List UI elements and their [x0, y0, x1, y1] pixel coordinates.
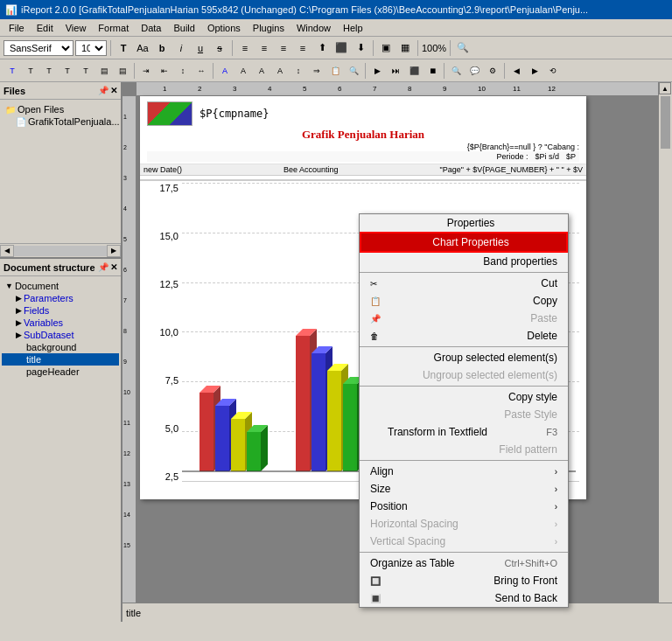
ds-pageheader[interactable]: pageHeader	[2, 366, 119, 378]
ds-variables[interactable]: ▶ Variables	[2, 317, 119, 329]
menu-item-view[interactable]: View	[60, 22, 92, 34]
t11[interactable]: ↔	[192, 62, 210, 80]
ctx-bring-to-front[interactable]: 🔲 Bring to Front	[360, 572, 568, 589]
ctx-organize-table[interactable]: Organize as Table Ctrl+Shift+O	[360, 554, 568, 572]
align-right-btn[interactable]: ≡	[275, 39, 292, 57]
t19[interactable]: 🔍	[345, 62, 362, 80]
underline-btn[interactable]: u	[192, 39, 209, 57]
menu-item-build[interactable]: Build	[168, 22, 200, 34]
menu-item-edit[interactable]: Edit	[32, 22, 59, 34]
ctx-delete[interactable]: 🗑 Delete	[360, 327, 568, 345]
t13[interactable]: A	[234, 62, 252, 80]
t17[interactable]: ⇒	[308, 62, 326, 80]
italic-btn[interactable]: i	[172, 39, 190, 57]
scrollbar-vertical[interactable]: ▲	[658, 82, 672, 622]
doc-footer: new Date() Bee Accounting "Page" + $V{PA…	[140, 164, 586, 176]
t4[interactable]: T	[59, 62, 76, 80]
t14[interactable]: A	[253, 62, 270, 80]
t16[interactable]: ↕	[290, 62, 307, 80]
t1[interactable]: T	[4, 62, 21, 80]
ctx-copy-style[interactable]: Copy style	[360, 388, 568, 406]
ctx-cut[interactable]: ✂ Cut	[360, 275, 568, 292]
menu-item-options[interactable]: Options	[202, 22, 246, 34]
company-row: $P{cmpname}	[147, 101, 579, 126]
ctx-align[interactable]: Align ›	[360, 463, 568, 480]
ctx-paste-style[interactable]: Paste Style	[360, 406, 568, 423]
doc-structure-pin-icon[interactable]: 📌	[98, 262, 108, 272]
tree-item-open-files[interactable]: 📁 Open Files	[2, 103, 119, 115]
t6[interactable]: ▤	[95, 62, 113, 80]
ctx-properties[interactable]: Properties	[360, 214, 568, 232]
t12[interactable]: A	[216, 62, 234, 80]
strikethrough-btn[interactable]: s	[211, 39, 228, 57]
scroll-left-btn[interactable]: ◀	[0, 245, 14, 257]
align-top-btn[interactable]: ⬆	[313, 39, 331, 57]
t29[interactable]: ⟲	[544, 62, 562, 80]
ds-fields[interactable]: ▶ Fields	[2, 304, 119, 317]
ctx-group-selected[interactable]: Group selected element(s)	[360, 349, 568, 366]
t26[interactable]: ⚙	[484, 62, 501, 80]
ds-parameters[interactable]: ▶ Parameters	[2, 292, 119, 304]
t25[interactable]: 💬	[466, 62, 483, 80]
ctx-chart-properties[interactable]: Chart Properties	[360, 232, 568, 253]
t3[interactable]: T	[40, 62, 58, 80]
t5[interactable]: T	[77, 62, 94, 80]
ctx-paste[interactable]: 📌 Paste	[360, 310, 568, 327]
menu-item-help[interactable]: Help	[338, 22, 368, 34]
t23[interactable]: ⏹	[424, 62, 441, 80]
t7[interactable]: ▤	[114, 62, 131, 80]
t2[interactable]: T	[22, 62, 39, 80]
t22[interactable]: ⬛	[405, 62, 423, 80]
ctx-size[interactable]: Size ›	[360, 480, 568, 498]
t10[interactable]: ↕	[174, 62, 192, 80]
t8[interactable]: ⇥	[137, 62, 155, 80]
bold-btn[interactable]: T	[115, 39, 132, 57]
bold-btn2[interactable]: b	[153, 39, 171, 57]
ds-document[interactable]: ▼ Document	[2, 280, 119, 292]
ctx-send-to-back[interactable]: 🔳 Send to Back	[360, 589, 568, 607]
font-name-select[interactable]: SansSerif	[4, 40, 74, 56]
ctx-copy[interactable]: 📋 Copy	[360, 292, 568, 310]
panel-close-icon[interactable]: ✕	[110, 86, 117, 95]
menu-item-plugins[interactable]: Plugins	[248, 22, 290, 34]
ds-title[interactable]: title	[2, 353, 119, 366]
fontaa-btn[interactable]: Aa	[134, 39, 151, 57]
doc-structure-close-icon[interactable]: ✕	[110, 262, 117, 272]
t28[interactable]: ▶	[526, 62, 543, 80]
ds-subdataset[interactable]: ▶ SubDataset	[2, 329, 119, 341]
t15[interactable]: A	[271, 62, 289, 80]
menu-item-format[interactable]: Format	[93, 22, 134, 34]
ctx-horizontal-spacing[interactable]: Horizontal Spacing ›	[360, 515, 568, 533]
t9[interactable]: ⇤	[156, 62, 173, 80]
scroll-right-btn[interactable]: ▶	[107, 245, 121, 257]
panel-pin-icon[interactable]: 📌	[98, 86, 108, 95]
ctx-transform[interactable]: Transform in Textfield F3	[360, 423, 568, 441]
t24[interactable]: 🔍	[447, 62, 465, 80]
fill-btn[interactable]: ▦	[396, 39, 414, 57]
doc-icon: 📄	[16, 117, 26, 127]
menu-item-window[interactable]: Window	[291, 22, 336, 34]
menu-item-file[interactable]: File	[4, 22, 30, 34]
ds-background[interactable]: background	[2, 341, 119, 353]
font-size-select[interactable]: 10	[75, 40, 107, 56]
menu-item-data[interactable]: Data	[136, 22, 166, 34]
align-left-btn[interactable]: ≡	[236, 39, 254, 57]
t27[interactable]: ◀	[508, 62, 525, 80]
t20[interactable]: ▶	[368, 62, 386, 80]
ctx-position[interactable]: Position ›	[360, 498, 568, 515]
align-middle-btn[interactable]: ⬛	[332, 39, 350, 57]
zoom-in-btn[interactable]: 🔍	[454, 39, 472, 57]
align-center-btn[interactable]: ≡	[256, 39, 273, 57]
t18[interactable]: 📋	[326, 62, 344, 80]
ctx-field-pattern[interactable]: Field pattern	[360, 441, 568, 458]
justify-btn[interactable]: ≡	[294, 39, 312, 57]
align-bottom-btn[interactable]: ⬇	[352, 39, 369, 57]
ctx-band-properties[interactable]: Band properties	[360, 253, 568, 270]
scroll-thumb[interactable]	[661, 96, 670, 149]
ctx-ungroup-selected[interactable]: Ungroup selected element(s)	[360, 366, 568, 384]
scroll-up-btn[interactable]: ▲	[659, 82, 671, 94]
border-btn[interactable]: ▣	[377, 39, 395, 57]
t21[interactable]: ⏭	[387, 62, 404, 80]
ctx-vertical-spacing[interactable]: Vertical Spacing ›	[360, 533, 568, 550]
tree-item-grafik[interactable]: 📄 GrafikTotalPenjuala...	[2, 115, 119, 128]
